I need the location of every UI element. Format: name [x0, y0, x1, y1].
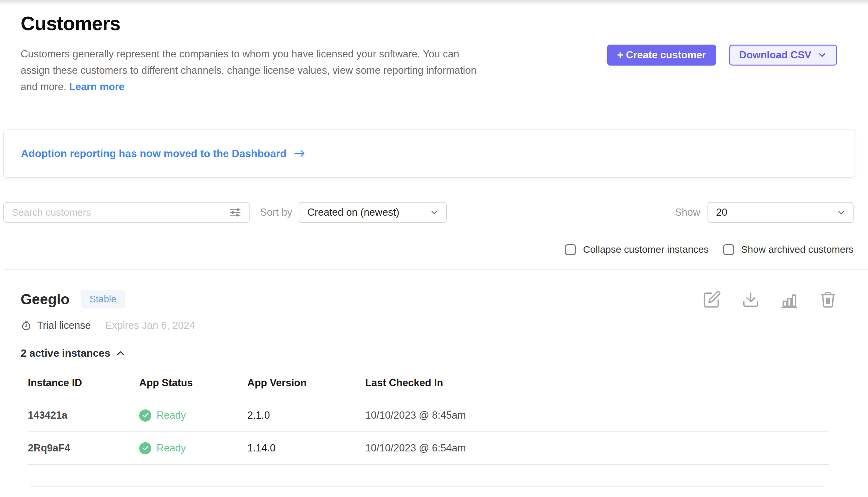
list-controls: Sort by Created on (newest) Show 20 — [3, 202, 854, 223]
download-icon — [741, 290, 760, 309]
header-actions: + Create customer Download CSV — [607, 45, 837, 95]
last-checked-in-cell: 10/10/2023 @ 8:45am — [365, 399, 829, 432]
show-select-value: 20 — [716, 207, 727, 218]
instances-table-header-row: Instance ID App Status App Version Last … — [28, 377, 829, 399]
check-circle-icon — [139, 410, 151, 422]
column-header-app-status: App Status — [139, 377, 247, 399]
check-circle-icon — [139, 442, 151, 454]
download-license-button[interactable] — [741, 290, 760, 309]
download-csv-button[interactable]: Download CSV — [729, 45, 837, 66]
status-label: Ready — [157, 442, 186, 454]
adoption-reporting-link[interactable]: Adoption reporting has now moved to the … — [21, 147, 306, 160]
chevron-down-icon — [817, 50, 827, 60]
license-type: Trial license — [37, 320, 91, 331]
app-status-cell: Ready — [139, 432, 247, 465]
customer-actions — [703, 290, 837, 309]
customer-name[interactable]: Geeglo — [21, 291, 70, 308]
chevron-down-icon — [836, 207, 847, 218]
chevron-up-icon — [116, 349, 126, 358]
page-description: Customers generally represent the compan… — [21, 46, 607, 95]
license-info-row: Trial license Expires Jan 6, 2024 — [21, 320, 837, 331]
app-version-cell: 1.14.0 — [247, 432, 365, 465]
arrow-right-icon — [293, 148, 306, 159]
column-header-app-version: App Version — [247, 377, 365, 399]
instance-id-cell: 2Rq9aF4 — [28, 432, 139, 465]
license-expiry: Expires Jan 6, 2024 — [105, 320, 195, 331]
sort-select-value: Created on (newest) — [307, 207, 399, 218]
status-badge: Ready — [139, 442, 247, 454]
channel-badge: Stable — [80, 290, 125, 309]
app-status-cell: Ready — [139, 399, 247, 432]
adoption-reporting-text: Adoption reporting has now moved to the … — [21, 147, 286, 160]
customer-reporting-button[interactable] — [780, 290, 798, 309]
customer-card: Geeglo Stable Trial license Expires Jan … — [0, 269, 868, 487]
status-label: Ready — [157, 410, 186, 421]
show-archived-label: Show archived customers — [741, 244, 854, 255]
edit-customer-button[interactable] — [703, 290, 721, 309]
learn-more-link[interactable]: Learn more — [69, 81, 124, 93]
trash-icon — [819, 290, 837, 309]
show-per-page-select[interactable]: 20 — [707, 202, 854, 223]
collapse-instances-label: Collapse customer instances — [583, 244, 709, 255]
description-line: assign these customers to different chan… — [21, 62, 607, 79]
column-header-instance-id: Instance ID — [28, 377, 139, 399]
last-checked-in-cell: 10/10/2023 @ 6:54am — [365, 432, 829, 465]
create-customer-button[interactable]: + Create customer — [607, 45, 716, 66]
description-line-text: and more. — [21, 81, 67, 93]
page-header: Customers Customers generally represent … — [0, 0, 868, 95]
instances-toggle[interactable]: 2 active instances — [21, 347, 126, 359]
adoption-reporting-banner: Adoption reporting has now moved to the … — [3, 129, 855, 178]
edit-icon — [703, 290, 721, 309]
instances-table: Instance ID App Status App Version Last … — [28, 377, 829, 465]
collapse-instances-option: Collapse customer instances — [565, 244, 709, 255]
customer-card-header: Geeglo Stable — [21, 290, 837, 309]
sort-select[interactable]: Created on (newest) — [299, 202, 447, 223]
collapse-instances-checkbox[interactable] — [565, 244, 576, 255]
instance-id-cell: 143421a — [28, 399, 139, 432]
stopwatch-icon — [21, 320, 32, 331]
table-row[interactable]: 143421a Ready 2.1.0 10/10/2023 @ 8:45am — [28, 399, 829, 432]
chevron-down-icon — [429, 207, 440, 218]
search-box — [3, 202, 250, 223]
customer-card-divider — [30, 486, 824, 487]
description-line: and more. Learn more — [21, 79, 607, 95]
instances-toggle-label: 2 active instances — [21, 347, 111, 359]
download-csv-label: Download CSV — [739, 49, 811, 61]
description-line: Customers generally represent the compan… — [21, 46, 607, 62]
status-badge: Ready — [139, 410, 247, 422]
table-row[interactable]: 2Rq9aF4 Ready 1.14.0 10/10/2023 @ 6:54am — [28, 432, 829, 465]
show-archived-checkbox[interactable] — [723, 244, 734, 255]
page-title: Customers — [21, 13, 607, 34]
search-input[interactable] — [11, 207, 229, 218]
show-label: Show — [675, 207, 700, 218]
app-version-cell: 2.1.0 — [247, 399, 365, 432]
column-header-last-checked-in: Last Checked In — [365, 377, 829, 399]
sort-by-label: Sort by — [260, 207, 292, 218]
list-options: Collapse customer instances Show archive… — [0, 244, 854, 255]
sliders-icon[interactable] — [229, 206, 242, 219]
bar-chart-icon — [780, 290, 798, 309]
delete-customer-button[interactable] — [819, 290, 837, 309]
header-text-block: Customers Customers generally represent … — [21, 13, 607, 95]
show-archived-option: Show archived customers — [723, 244, 854, 255]
